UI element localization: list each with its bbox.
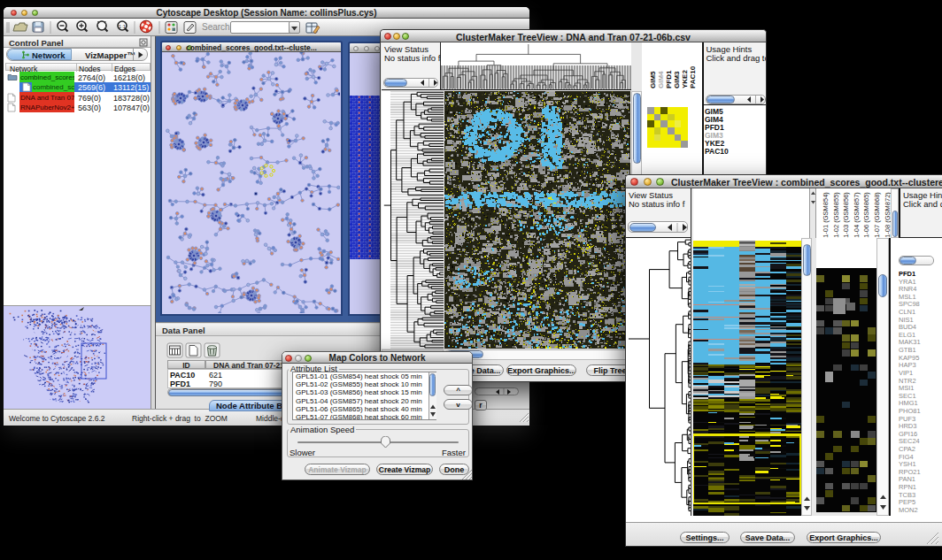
svg-text:Search:: Search: [202, 22, 232, 32]
svg-text:1:1: 1:1 [119, 24, 127, 29]
